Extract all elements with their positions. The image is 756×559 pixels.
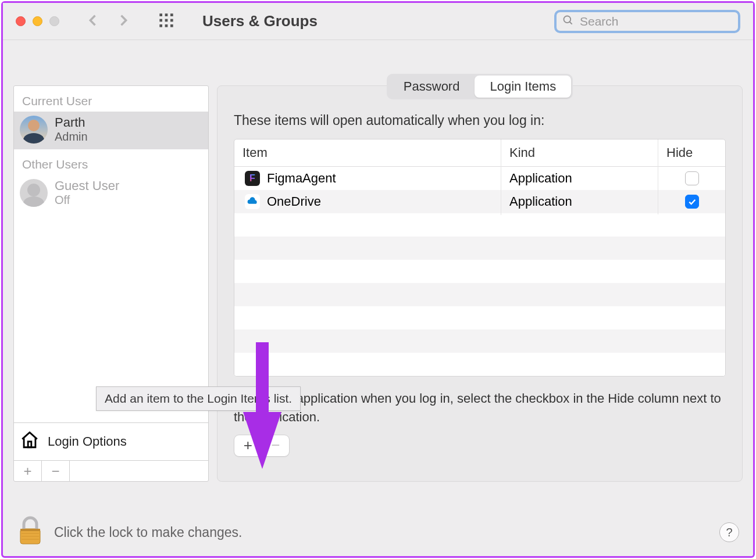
zoom-window-button[interactable] xyxy=(49,16,59,26)
tab-login-items[interactable]: Login Items xyxy=(475,76,571,98)
svg-rect-8 xyxy=(170,24,173,27)
user-name: Guest User xyxy=(55,178,119,193)
col-header-kind[interactable]: Kind xyxy=(501,139,658,166)
hide-checkbox[interactable] xyxy=(685,171,699,185)
preferences-window: Users & Groups Current User Parth Admin … xyxy=(1,1,755,558)
search-field[interactable] xyxy=(554,10,740,33)
close-window-button[interactable] xyxy=(16,16,26,26)
footer: Click the lock to make changes. ? xyxy=(3,508,753,556)
hide-checkbox[interactable] xyxy=(685,195,699,209)
table-row xyxy=(234,353,725,376)
user-row-current[interactable]: Parth Admin xyxy=(14,112,208,149)
tooltip: Add an item to the Login Items list. xyxy=(96,386,301,411)
add-remove-login-items: + − xyxy=(234,435,290,457)
table-row xyxy=(234,283,725,306)
remove-login-item-button[interactable]: − xyxy=(262,436,290,454)
user-role: Admin xyxy=(55,130,88,144)
remove-user-button[interactable]: − xyxy=(42,461,70,481)
house-icon xyxy=(20,430,40,453)
svg-rect-11 xyxy=(28,442,31,447)
avatar xyxy=(20,179,48,207)
minimize-window-button[interactable] xyxy=(33,16,42,26)
table-row[interactable]: F FigmaAgent Application xyxy=(234,167,725,190)
search-input[interactable] xyxy=(580,15,732,28)
search-icon xyxy=(562,15,574,28)
panel-description: These items will open automatically when… xyxy=(234,113,726,128)
tab-password[interactable]: Password xyxy=(388,76,475,98)
show-all-prefs-button[interactable] xyxy=(158,12,174,31)
window-title: Users & Groups xyxy=(202,12,318,30)
tabs: Password Login Items xyxy=(387,74,573,99)
section-current-user: Current User xyxy=(14,86,208,112)
table-row xyxy=(234,329,725,353)
help-button[interactable]: ? xyxy=(719,522,739,542)
toolbar: Users & Groups xyxy=(3,3,753,40)
sidebar-add-remove: + − xyxy=(14,460,208,481)
footer-text: Click the lock to make changes. xyxy=(54,525,242,540)
login-items-panel: These items will open automatically when… xyxy=(217,85,743,482)
user-name: Parth xyxy=(55,115,88,130)
svg-point-9 xyxy=(564,16,571,23)
lock-button[interactable] xyxy=(17,516,44,549)
col-header-hide[interactable]: Hide xyxy=(658,139,725,166)
nav-arrows xyxy=(85,12,131,31)
avatar xyxy=(20,116,48,144)
svg-rect-7 xyxy=(165,24,168,27)
app-icon: F xyxy=(245,171,260,186)
table-row xyxy=(234,213,725,236)
window-controls xyxy=(16,16,59,26)
col-header-item[interactable]: Item xyxy=(234,139,501,166)
forward-button[interactable] xyxy=(115,12,131,31)
login-options-label: Login Options xyxy=(48,434,127,449)
svg-rect-0 xyxy=(159,13,162,16)
table-row xyxy=(234,306,725,329)
svg-rect-4 xyxy=(165,19,168,21)
svg-rect-1 xyxy=(165,13,168,16)
svg-rect-6 xyxy=(159,24,162,27)
svg-rect-13 xyxy=(20,529,40,531)
user-row-guest[interactable]: Guest User Off xyxy=(14,175,208,213)
add-user-button[interactable]: + xyxy=(14,461,42,481)
svg-rect-3 xyxy=(159,19,162,21)
svg-line-10 xyxy=(570,21,572,24)
login-options-button[interactable]: Login Options xyxy=(14,422,208,460)
item-kind: Application xyxy=(501,188,658,215)
user-role: Off xyxy=(55,193,119,207)
item-name: OneDrive xyxy=(267,194,321,209)
table-row xyxy=(234,260,725,283)
svg-rect-5 xyxy=(170,19,173,21)
hint-text: To hide an application when you log in, … xyxy=(234,389,726,427)
users-sidebar: Current User Parth Admin Other Users Gue… xyxy=(13,85,209,482)
add-login-item-button[interactable]: + xyxy=(234,436,262,454)
back-button[interactable] xyxy=(85,12,101,31)
section-other-users: Other Users xyxy=(14,149,208,175)
app-icon xyxy=(245,194,260,209)
table-row xyxy=(234,236,725,260)
login-items-table: Item Kind Hide F FigmaAgent Application xyxy=(234,139,726,377)
table-row[interactable]: OneDrive Application xyxy=(234,190,725,213)
svg-rect-2 xyxy=(170,13,173,16)
item-name: FigmaAgent xyxy=(267,171,336,186)
